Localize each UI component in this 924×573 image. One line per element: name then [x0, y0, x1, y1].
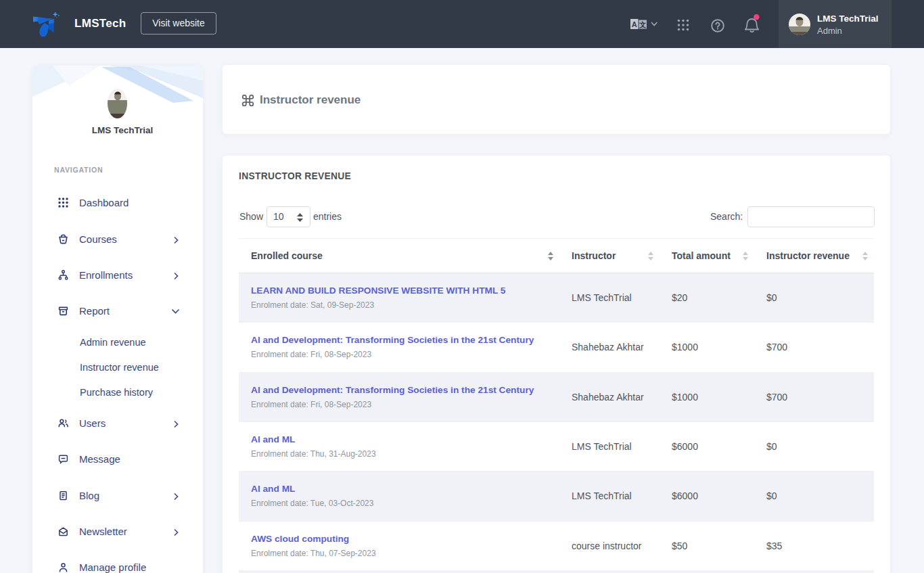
svg-text:文: 文 [639, 21, 646, 28]
svg-text:A: A [632, 20, 637, 28]
